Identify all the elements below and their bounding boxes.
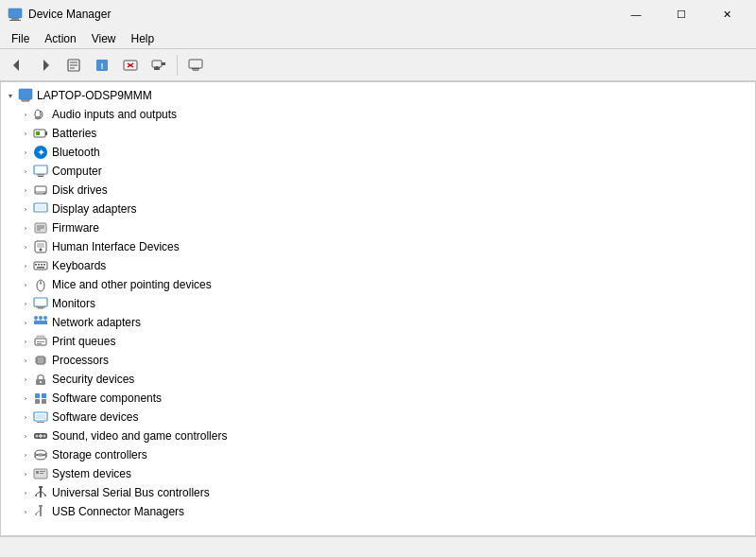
root-node[interactable]: ▾ LAPTOP-ODSP9MMM: [1, 86, 755, 105]
svg-rect-28: [36, 131, 40, 135]
menu-help[interactable]: Help: [124, 30, 163, 47]
tree-node[interactable]: ›Network adapters: [1, 313, 755, 332]
tree-node[interactable]: ›Firmware: [1, 218, 755, 237]
expand-arrow[interactable]: ›: [18, 296, 33, 311]
expand-arrow[interactable]: ›: [18, 334, 33, 349]
svg-point-60: [39, 316, 43, 320]
svg-rect-22: [21, 99, 30, 101]
root-expand-arrow[interactable]: ▾: [3, 88, 18, 103]
tree-node[interactable]: ›Mice and other pointing devices: [1, 275, 755, 294]
expand-arrow[interactable]: ›: [18, 315, 33, 330]
svg-rect-2: [9, 20, 21, 21]
svg-line-108: [36, 511, 40, 513]
category-icon: [33, 277, 48, 292]
expand-arrow[interactable]: ›: [18, 466, 33, 481]
category-icon: [33, 447, 48, 462]
expand-arrow[interactable]: ›: [18, 428, 33, 444]
expand-arrow[interactable]: ›: [18, 353, 33, 368]
expand-arrow[interactable]: ›: [18, 372, 33, 387]
update-driver-button[interactable]: !: [89, 53, 115, 78]
svg-rect-90: [39, 435, 43, 437]
expand-arrow[interactable]: ›: [18, 239, 33, 254]
device-tree: ▾ LAPTOP-ODSP9MMM ›Audio inputs and outp…: [1, 82, 755, 535]
svg-rect-47: [35, 264, 37, 266]
expand-arrow[interactable]: ›: [18, 391, 33, 406]
category-label: Audio inputs and outputs: [52, 108, 177, 121]
category-label: Computer: [52, 165, 102, 178]
expand-arrow[interactable]: ›: [18, 183, 33, 198]
svg-rect-97: [40, 471, 45, 472]
tree-node[interactable]: ›Software components: [1, 389, 755, 408]
svg-rect-70: [38, 357, 43, 363]
expand-arrow[interactable]: ›: [18, 164, 33, 179]
svg-rect-57: [38, 308, 43, 309]
uninstall-button[interactable]: [117, 53, 144, 78]
tree-node[interactable]: ›Sound, video and game controllers: [1, 426, 755, 445]
menu-action[interactable]: Action: [37, 30, 83, 47]
svg-rect-79: [35, 393, 40, 398]
svg-point-88: [43, 435, 46, 438]
category-icon: ✦: [33, 145, 48, 160]
tree-node[interactable]: ›Security devices: [1, 370, 755, 389]
maximize-button[interactable]: ☐: [660, 0, 703, 28]
menu-file[interactable]: File: [4, 30, 37, 47]
svg-rect-49: [41, 264, 43, 266]
category-label: Security devices: [52, 373, 134, 386]
app-icon: [8, 7, 23, 22]
svg-point-36: [43, 193, 45, 195]
minimize-button[interactable]: —: [614, 0, 658, 28]
svg-rect-50: [43, 264, 45, 266]
svg-rect-106: [39, 505, 43, 507]
forward-button[interactable]: [32, 53, 59, 78]
svg-point-103: [35, 495, 37, 496]
expand-arrow[interactable]: ›: [18, 201, 33, 217]
tree-node[interactable]: ›System devices: [1, 464, 755, 483]
close-button[interactable]: ✕: [705, 0, 748, 28]
expand-arrow[interactable]: ›: [18, 504, 33, 519]
tree-node[interactable]: ›Print queues: [1, 332, 755, 351]
expand-arrow[interactable]: ›: [18, 126, 33, 141]
tree-node[interactable]: ›Audio inputs and outputs: [1, 105, 755, 124]
expand-arrow[interactable]: ›: [18, 107, 33, 122]
svg-rect-32: [37, 174, 44, 176]
category-icon: [33, 315, 48, 330]
properties-button[interactable]: [60, 53, 87, 78]
tree-node[interactable]: ›Universal Serial Bus controllers: [1, 483, 755, 502]
scan-button[interactable]: [146, 53, 172, 78]
tree-node[interactable]: ›Software devices: [1, 408, 755, 426]
root-label: LAPTOP-ODSP9MMM: [37, 89, 152, 102]
tree-node[interactable]: ›✦Bluetooth: [1, 143, 755, 162]
tree-node[interactable]: ›Batteries: [1, 124, 755, 143]
expand-arrow[interactable]: ›: [18, 447, 33, 462]
category-label: Batteries: [52, 127, 96, 140]
menu-view[interactable]: View: [84, 30, 124, 47]
svg-rect-1: [11, 18, 19, 20]
tree-node[interactable]: ›Computer: [1, 162, 755, 181]
category-label: Processors: [52, 354, 109, 367]
tree-node[interactable]: ›Processors: [1, 351, 755, 370]
back-button[interactable]: [4, 53, 30, 78]
svg-point-61: [43, 316, 47, 320]
category-label: Disk drives: [52, 183, 108, 197]
svg-rect-23: [22, 101, 29, 102]
tree-node[interactable]: ›Keyboards: [1, 256, 755, 275]
expand-arrow[interactable]: ›: [18, 220, 33, 235]
category-label: Software devices: [52, 410, 138, 424]
tree-node[interactable]: ›Monitors: [1, 294, 755, 313]
svg-rect-15: [162, 62, 165, 65]
tree-node[interactable]: ›Human Interface Devices: [1, 237, 755, 256]
expand-arrow[interactable]: ›: [18, 258, 33, 273]
tree-node[interactable]: ›Disk drives: [1, 181, 755, 200]
tree-node[interactable]: ›USB Connector Managers: [1, 502, 755, 521]
svg-point-92: [35, 454, 46, 460]
tree-node[interactable]: ›Display adapters: [1, 200, 755, 218]
svg-point-45: [40, 249, 43, 252]
tree-node[interactable]: ›Storage controllers: [1, 445, 755, 464]
expand-arrow[interactable]: ›: [18, 485, 33, 500]
monitor-button[interactable]: [182, 53, 209, 78]
expand-arrow[interactable]: ›: [18, 145, 33, 160]
category-label: Bluetooth: [52, 146, 100, 159]
expand-arrow[interactable]: ›: [18, 409, 33, 425]
svg-rect-51: [37, 267, 44, 269]
expand-arrow[interactable]: ›: [18, 277, 33, 292]
